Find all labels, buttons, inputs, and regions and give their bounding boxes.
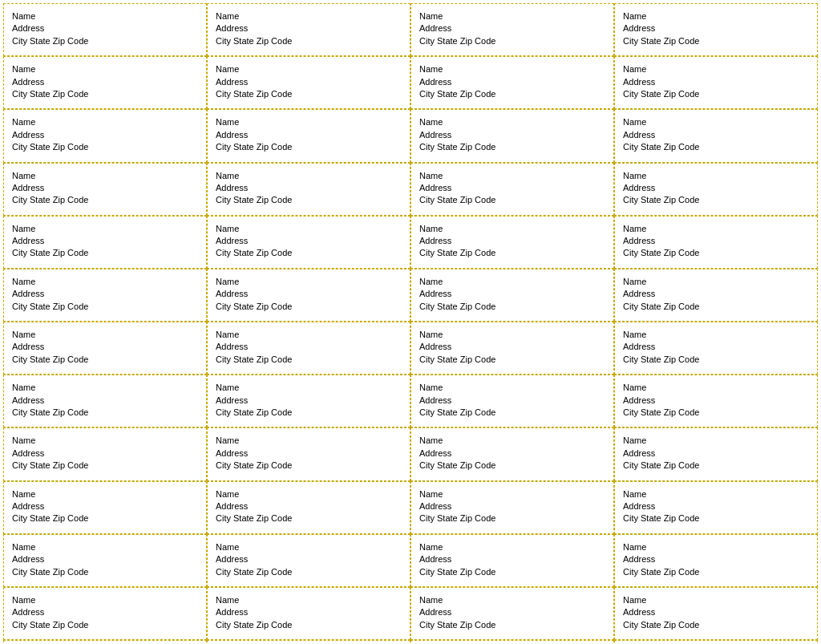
- label-city-state-zip: City State Zip Code: [216, 566, 402, 578]
- label-name: Name: [623, 276, 809, 288]
- label-cell: NameAddressCity State Zip Code: [614, 56, 818, 109]
- label-cell: NameAddressCity State Zip Code: [207, 3, 410, 56]
- label-name: Name: [12, 329, 198, 341]
- label-name: Name: [623, 10, 809, 22]
- label-address: Address: [216, 129, 402, 141]
- label-cell: NameAddressCity State Zip Code: [207, 427, 410, 480]
- label-address: Address: [12, 129, 198, 141]
- label-address: Address: [623, 22, 809, 34]
- label-address: Address: [419, 606, 605, 618]
- label-city-state-zip: City State Zip Code: [12, 619, 198, 631]
- label-name: Name: [216, 116, 402, 128]
- label-name: Name: [216, 10, 402, 22]
- label-address: Address: [12, 76, 198, 88]
- label-cell: NameAddressCity State Zip Code: [410, 427, 614, 480]
- label-address: Address: [12, 606, 198, 618]
- label-name: Name: [12, 276, 198, 288]
- label-city-state-zip: City State Zip Code: [419, 512, 605, 525]
- label-name: Name: [419, 116, 605, 128]
- label-city-state-zip: City State Zip Code: [216, 354, 402, 366]
- label-cell: NameAddressCity State Zip Code: [207, 163, 410, 216]
- label-cell: NameAddressCity State Zip Code: [614, 534, 818, 587]
- label-cell: NameAddressCity State Zip Code: [614, 163, 818, 216]
- label-address: Address: [12, 341, 198, 353]
- label-name: Name: [12, 116, 198, 128]
- label-cell: NameAddressCity State Zip Code: [207, 56, 410, 109]
- label-city-state-zip: City State Zip Code: [12, 354, 198, 366]
- label-address: Address: [419, 22, 605, 34]
- label-address: Address: [12, 500, 198, 512]
- label-name: Name: [12, 223, 198, 235]
- label-city-state-zip: City State Zip Code: [623, 35, 809, 47]
- label-city-state-zip: City State Zip Code: [216, 301, 402, 313]
- label-cell: NameAddressCity State Zip Code: [3, 163, 207, 216]
- label-cell: NameAddressCity State Zip Code: [614, 269, 818, 322]
- label-cell: NameAddressCity State Zip Code: [3, 481, 207, 534]
- label-name: Name: [12, 435, 198, 447]
- label-address: Address: [12, 182, 198, 194]
- label-city-state-zip: City State Zip Code: [216, 194, 402, 206]
- label-address: Address: [419, 448, 605, 460]
- label-name: Name: [12, 170, 198, 182]
- label-name: Name: [216, 488, 402, 500]
- label-cell: NameAddressCity State Zip Code: [410, 269, 614, 322]
- label-address: Address: [623, 606, 809, 618]
- label-cell: NameAddressCity State Zip Code: [207, 481, 410, 534]
- label-name: Name: [623, 329, 809, 341]
- label-name: Name: [623, 63, 809, 75]
- label-address: Address: [216, 76, 402, 88]
- label-cell: NameAddressCity State Zip Code: [207, 269, 410, 322]
- label-address: Address: [419, 341, 605, 353]
- label-address: Address: [419, 500, 605, 512]
- label-sheet: NameAddressCity State Zip CodeNameAddres…: [0, 0, 821, 644]
- label-cell: NameAddressCity State Zip Code: [410, 56, 614, 109]
- label-name: Name: [419, 382, 605, 394]
- label-city-state-zip: City State Zip Code: [216, 35, 402, 47]
- label-city-state-zip: City State Zip Code: [623, 407, 809, 419]
- label-cell: NameAddressCity State Zip Code: [3, 640, 207, 644]
- label-address: Address: [419, 182, 605, 194]
- label-city-state-zip: City State Zip Code: [419, 141, 605, 153]
- label-city-state-zip: City State Zip Code: [12, 460, 198, 472]
- label-city-state-zip: City State Zip Code: [12, 35, 198, 47]
- label-cell: NameAddressCity State Zip Code: [410, 3, 614, 56]
- label-address: Address: [623, 395, 809, 407]
- label-name: Name: [216, 594, 402, 606]
- label-name: Name: [419, 276, 605, 288]
- label-name: Name: [623, 170, 809, 182]
- label-city-state-zip: City State Zip Code: [216, 619, 402, 631]
- label-name: Name: [623, 435, 809, 447]
- label-address: Address: [12, 235, 198, 247]
- label-address: Address: [419, 553, 605, 565]
- label-city-state-zip: City State Zip Code: [12, 566, 198, 578]
- label-name: Name: [623, 382, 809, 394]
- label-city-state-zip: City State Zip Code: [623, 566, 809, 578]
- label-city-state-zip: City State Zip Code: [419, 407, 605, 419]
- label-cell: NameAddressCity State Zip Code: [3, 109, 207, 162]
- label-address: Address: [12, 288, 198, 300]
- label-cell: NameAddressCity State Zip Code: [3, 3, 207, 56]
- label-address: Address: [12, 448, 198, 460]
- label-cell: NameAddressCity State Zip Code: [3, 322, 207, 375]
- label-cell: NameAddressCity State Zip Code: [410, 216, 614, 269]
- label-address: Address: [623, 288, 809, 300]
- label-name: Name: [216, 382, 402, 394]
- label-cell: NameAddressCity State Zip Code: [614, 375, 818, 427]
- label-address: Address: [419, 76, 605, 88]
- label-name: Name: [419, 541, 605, 553]
- label-name: Name: [216, 170, 402, 182]
- label-name: Name: [12, 541, 198, 553]
- label-name: Name: [419, 10, 605, 22]
- label-address: Address: [216, 22, 402, 34]
- label-city-state-zip: City State Zip Code: [12, 301, 198, 313]
- label-cell: NameAddressCity State Zip Code: [3, 269, 207, 322]
- label-city-state-zip: City State Zip Code: [623, 194, 809, 206]
- label-cell: NameAddressCity State Zip Code: [207, 534, 410, 587]
- label-name: Name: [623, 541, 809, 553]
- label-city-state-zip: City State Zip Code: [12, 194, 198, 206]
- label-address: Address: [419, 288, 605, 300]
- label-name: Name: [12, 63, 198, 75]
- label-city-state-zip: City State Zip Code: [623, 512, 809, 525]
- label-address: Address: [419, 395, 605, 407]
- label-city-state-zip: City State Zip Code: [419, 247, 605, 259]
